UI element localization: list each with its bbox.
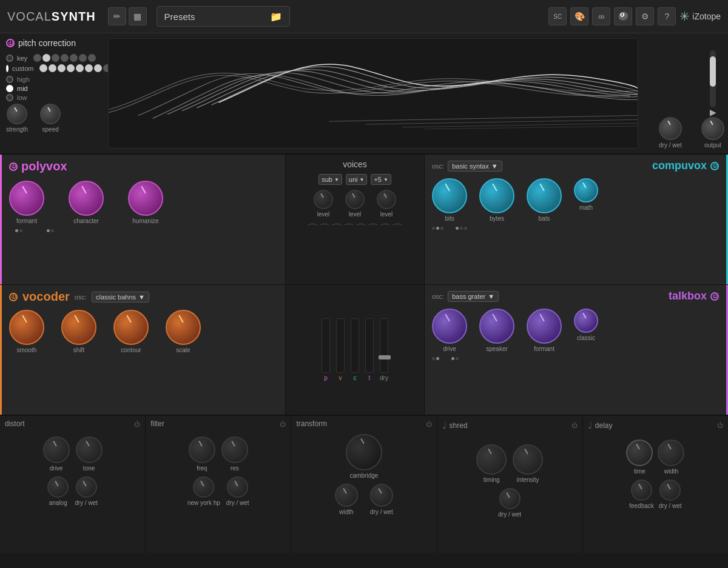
custom-dot-6[interactable] (94, 64, 102, 72)
fader-p-track[interactable] (322, 318, 330, 373)
infinity-icon[interactable]: ∞ (592, 7, 610, 25)
mid-radio[interactable] (6, 85, 13, 92)
8ball-icon[interactable]: 🎱 (614, 7, 632, 25)
output-knob[interactable] (701, 117, 724, 140)
scrollbar-track[interactable] (710, 50, 716, 107)
intensity-knob[interactable] (513, 444, 543, 475)
filter-freq-knob[interactable] (189, 436, 215, 463)
sub-dropdown[interactable]: sub ▼ (318, 174, 342, 185)
grid-view-icon[interactable]: ▦ (129, 7, 147, 25)
shift-knob[interactable] (61, 310, 96, 345)
dry-wet-knob[interactable] (659, 117, 682, 140)
fader-t-thumb[interactable] (364, 346, 376, 350)
presets-folder-icon[interactable]: 📁 (270, 11, 282, 22)
fader-dry-thumb[interactable] (379, 355, 391, 359)
filter-drywet-knob[interactable] (227, 476, 248, 498)
distort-analog-knob[interactable] (47, 476, 69, 498)
level2-knob[interactable] (345, 190, 365, 209)
key-dot-3[interactable] (61, 54, 69, 62)
pitch-power-button[interactable]: ⏻ (6, 39, 15, 47)
palette-icon[interactable]: 🎨 (570, 7, 588, 25)
transform-power-icon[interactable]: ⏻ (426, 421, 432, 427)
classic-knob[interactable] (574, 309, 598, 333)
custom-dot-1[interactable] (49, 64, 56, 72)
bytes-knob[interactable] (479, 178, 514, 213)
polyvox-power-button[interactable]: ⏻ (9, 162, 18, 171)
fader-c-thumb[interactable] (349, 349, 362, 353)
speed-knob[interactable] (40, 104, 61, 124)
transform-width-knob[interactable] (335, 484, 358, 507)
math-knob[interactable] (574, 178, 598, 202)
feedback-knob[interactable] (631, 479, 652, 501)
speaker-knob[interactable] (479, 309, 514, 344)
distort-power-icon[interactable]: ⏻ (134, 421, 140, 427)
vocoder-osc-select[interactable]: classic bahns ▼ (92, 292, 149, 302)
strength-knob[interactable] (7, 104, 27, 124)
compuvox-osc-select[interactable]: basic syntax ▼ (448, 161, 502, 172)
fader-v-thumb[interactable] (335, 343, 347, 347)
filter-res-knob[interactable] (221, 436, 248, 463)
distort-tone-knob[interactable] (76, 436, 103, 463)
fader-t-track[interactable] (365, 318, 374, 373)
transform-drywet-knob[interactable] (370, 484, 393, 507)
uni-dropdown[interactable]: uni ▼ (346, 174, 368, 185)
shred-power-icon[interactable]: ⏻ (571, 422, 578, 429)
filter-power-icon[interactable]: ⏻ (280, 421, 286, 427)
custom-radio[interactable] (6, 65, 8, 72)
cambridge-knob[interactable] (346, 434, 382, 470)
timing-knob[interactable] (476, 444, 507, 475)
key-dot-6[interactable] (88, 54, 96, 62)
delay-drywet-knob[interactable] (659, 479, 681, 501)
delay-power-icon[interactable]: ⏻ (717, 422, 723, 429)
sc-icon[interactable]: SC (548, 7, 567, 25)
pen-view-icon[interactable]: ✏ (108, 7, 126, 25)
gear-icon[interactable]: ⚙ (636, 7, 654, 25)
speed-knob-container: speed (40, 104, 61, 133)
distort-drive-knob[interactable] (43, 436, 70, 463)
time-knob[interactable] (626, 439, 653, 466)
smooth-knob[interactable] (9, 310, 44, 345)
talkbox-power-button[interactable]: ⏻ (710, 292, 719, 301)
key-dot-1[interactable] (42, 54, 50, 62)
key-radio[interactable] (6, 55, 13, 62)
key-dot-4[interactable] (70, 54, 78, 62)
plus5-dropdown[interactable]: +5 ▼ (371, 174, 391, 185)
key-dot-2[interactable] (52, 54, 59, 62)
custom-dot-2[interactable] (58, 64, 66, 72)
talkbox-osc-select[interactable]: bass grater ▼ (448, 291, 499, 302)
custom-dot-0[interactable] (39, 64, 47, 72)
fader-dry-track[interactable] (380, 318, 388, 373)
scale-knob[interactable] (166, 310, 201, 345)
bits-knob[interactable] (432, 178, 467, 213)
character-knob[interactable] (69, 181, 104, 216)
shred-drywet-knob[interactable] (499, 488, 521, 509)
help-icon[interactable]: ? (658, 7, 676, 25)
filter-nyhp-knob[interactable] (193, 476, 214, 498)
custom-dot-4[interactable] (76, 64, 84, 72)
scrollbar-thumb[interactable] (710, 56, 716, 87)
vocoder-power-button[interactable]: ⏻ (9, 293, 18, 301)
presets-bar[interactable]: Presets 📁 (157, 6, 290, 27)
custom-dot-5[interactable] (85, 64, 93, 72)
key-dot-0[interactable] (33, 54, 41, 62)
formant-knob[interactable] (9, 181, 44, 216)
fader-v-track[interactable] (336, 318, 345, 373)
fader-c-track[interactable] (351, 318, 359, 373)
custom-dot-3[interactable] (67, 64, 75, 72)
level3-knob[interactable] (377, 190, 396, 209)
contour-knob[interactable] (113, 310, 149, 345)
key-dot-5[interactable] (79, 54, 87, 62)
level1-knob[interactable] (314, 190, 333, 209)
bats-knob[interactable] (527, 178, 562, 213)
compuvox-osc-row: osc: basic syntax ▼ (432, 161, 502, 172)
scroll-right-arrow[interactable]: ▶ (710, 107, 716, 117)
talkbox-formant-knob[interactable] (527, 309, 562, 344)
fader-p-thumb[interactable] (320, 337, 332, 341)
talkbox-drive-knob[interactable] (432, 309, 467, 344)
low-radio[interactable] (6, 94, 13, 101)
distort-drywet-knob[interactable] (76, 476, 97, 498)
high-radio[interactable] (6, 76, 13, 83)
compuvox-power-button[interactable]: ⏻ (710, 162, 719, 170)
delay-width-knob[interactable] (658, 439, 684, 466)
humanize-knob[interactable] (128, 181, 163, 216)
